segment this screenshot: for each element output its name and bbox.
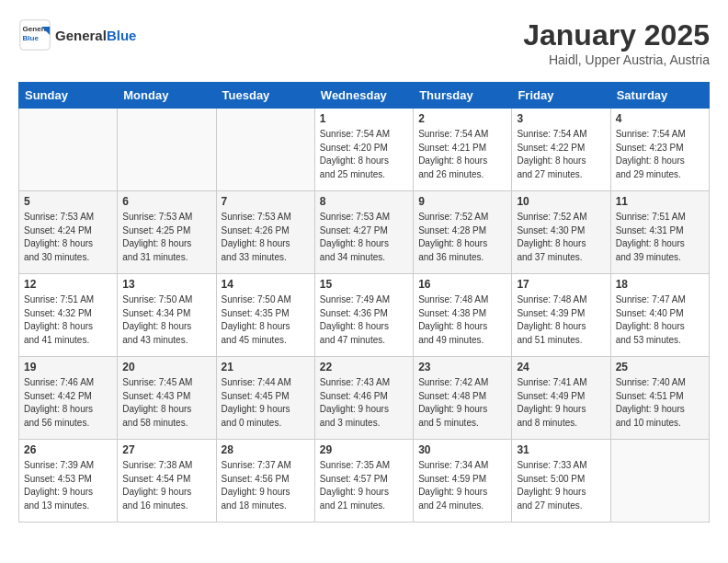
day-info: Sunrise: 7:33 AM Sunset: 5:00 PM Dayligh… — [517, 459, 605, 512]
day-info: Sunrise: 7:39 AM Sunset: 4:53 PM Dayligh… — [24, 459, 112, 512]
day-number: 21 — [222, 361, 310, 373]
calendar-cell: 10Sunrise: 7:52 AM Sunset: 4:30 PM Dayli… — [512, 191, 610, 274]
weekday-header-monday: Monday — [118, 83, 216, 109]
calendar-table: SundayMondayTuesdayWednesdayThursdayFrid… — [18, 82, 710, 523]
day-number: 7 — [222, 195, 310, 208]
calendar-cell: 8Sunrise: 7:53 AM Sunset: 4:27 PM Daylig… — [314, 191, 413, 274]
day-info: Sunrise: 7:52 AM Sunset: 4:30 PM Dayligh… — [517, 211, 605, 264]
day-info: Sunrise: 7:53 AM Sunset: 4:25 PM Dayligh… — [122, 211, 210, 264]
calendar-cell: 6Sunrise: 7:53 AM Sunset: 4:25 PM Daylig… — [118, 191, 216, 274]
calendar-cell — [610, 440, 709, 523]
day-info: Sunrise: 7:35 AM Sunset: 4:57 PM Dayligh… — [320, 459, 408, 512]
calendar-cell: 15Sunrise: 7:49 AM Sunset: 4:36 PM Dayli… — [314, 274, 413, 357]
day-number: 28 — [222, 443, 310, 456]
calendar-cell: 25Sunrise: 7:40 AM Sunset: 4:51 PM Dayli… — [610, 357, 709, 440]
day-number: 29 — [320, 443, 408, 456]
day-number: 15 — [320, 278, 408, 291]
weekday-header-tuesday: Tuesday — [216, 83, 314, 109]
calendar-cell — [19, 109, 118, 191]
day-info: Sunrise: 7:53 AM Sunset: 4:27 PM Dayligh… — [320, 211, 408, 264]
day-number: 11 — [616, 195, 704, 208]
calendar-cell: 5Sunrise: 7:53 AM Sunset: 4:24 PM Daylig… — [19, 191, 118, 274]
day-info: Sunrise: 7:50 AM Sunset: 4:34 PM Dayligh… — [122, 293, 210, 347]
day-number: 27 — [122, 443, 210, 456]
day-number: 30 — [418, 443, 506, 456]
calendar-cell: 24Sunrise: 7:41 AM Sunset: 4:49 PM Dayli… — [512, 357, 610, 440]
month-title: January 2025 — [523, 18, 710, 52]
weekday-header-wednesday: Wednesday — [314, 83, 413, 109]
title-block: January 2025 Haidl, Upper Austria, Austr… — [523, 18, 710, 67]
calendar-cell: 7Sunrise: 7:53 AM Sunset: 4:26 PM Daylig… — [216, 191, 314, 274]
calendar-cell: 28Sunrise: 7:37 AM Sunset: 4:56 PM Dayli… — [216, 440, 314, 523]
calendar-cell: 3Sunrise: 7:54 AM Sunset: 4:22 PM Daylig… — [512, 109, 610, 191]
day-info: Sunrise: 7:54 AM Sunset: 4:20 PM Dayligh… — [320, 128, 408, 181]
day-number: 26 — [24, 443, 112, 456]
day-number: 4 — [616, 112, 704, 125]
page-header: General Blue GeneralBlue January 2025 Ha… — [18, 18, 710, 67]
day-number: 5 — [24, 195, 112, 208]
day-info: Sunrise: 7:43 AM Sunset: 4:46 PM Dayligh… — [320, 376, 408, 430]
day-number: 3 — [517, 112, 605, 125]
day-info: Sunrise: 7:51 AM Sunset: 4:31 PM Dayligh… — [616, 211, 704, 264]
day-info: Sunrise: 7:40 AM Sunset: 4:51 PM Dayligh… — [616, 376, 704, 430]
calendar-cell — [118, 109, 216, 191]
calendar-cell: 4Sunrise: 7:54 AM Sunset: 4:23 PM Daylig… — [610, 109, 709, 191]
calendar-cell: 30Sunrise: 7:34 AM Sunset: 4:59 PM Dayli… — [414, 440, 512, 523]
day-number: 13 — [122, 278, 210, 291]
calendar-cell: 23Sunrise: 7:42 AM Sunset: 4:48 PM Dayli… — [414, 357, 512, 440]
day-number: 23 — [418, 361, 506, 373]
day-number: 14 — [222, 278, 310, 291]
calendar-cell: 26Sunrise: 7:39 AM Sunset: 4:53 PM Dayli… — [19, 440, 118, 523]
day-number: 24 — [517, 361, 605, 373]
day-info: Sunrise: 7:52 AM Sunset: 4:28 PM Dayligh… — [418, 211, 506, 264]
day-info: Sunrise: 7:54 AM Sunset: 4:21 PM Dayligh… — [418, 128, 506, 181]
logo-icon: General Blue — [18, 18, 51, 52]
day-info: Sunrise: 7:48 AM Sunset: 4:39 PM Dayligh… — [517, 293, 605, 347]
day-info: Sunrise: 7:38 AM Sunset: 4:54 PM Dayligh… — [122, 459, 210, 512]
day-number: 10 — [517, 195, 605, 208]
day-number: 22 — [320, 361, 408, 373]
calendar-cell: 17Sunrise: 7:48 AM Sunset: 4:39 PM Dayli… — [512, 274, 610, 357]
calendar-cell: 16Sunrise: 7:48 AM Sunset: 4:38 PM Dayli… — [414, 274, 512, 357]
day-number: 12 — [24, 278, 112, 291]
calendar-cell: 9Sunrise: 7:52 AM Sunset: 4:28 PM Daylig… — [414, 191, 512, 274]
day-info: Sunrise: 7:48 AM Sunset: 4:38 PM Dayligh… — [418, 293, 506, 347]
day-info: Sunrise: 7:34 AM Sunset: 4:59 PM Dayligh… — [418, 459, 506, 512]
day-info: Sunrise: 7:51 AM Sunset: 4:32 PM Dayligh… — [24, 293, 112, 347]
calendar-cell: 22Sunrise: 7:43 AM Sunset: 4:46 PM Dayli… — [314, 357, 413, 440]
day-info: Sunrise: 7:53 AM Sunset: 4:24 PM Dayligh… — [24, 211, 112, 264]
day-number: 16 — [418, 278, 506, 291]
calendar-cell: 1Sunrise: 7:54 AM Sunset: 4:20 PM Daylig… — [314, 109, 413, 191]
day-number: 9 — [418, 195, 506, 208]
day-info: Sunrise: 7:46 AM Sunset: 4:42 PM Dayligh… — [24, 376, 112, 430]
calendar-cell: 19Sunrise: 7:46 AM Sunset: 4:42 PM Dayli… — [19, 357, 118, 440]
calendar-cell: 13Sunrise: 7:50 AM Sunset: 4:34 PM Dayli… — [118, 274, 216, 357]
day-info: Sunrise: 7:53 AM Sunset: 4:26 PM Dayligh… — [222, 211, 310, 264]
day-info: Sunrise: 7:41 AM Sunset: 4:49 PM Dayligh… — [517, 376, 605, 430]
day-info: Sunrise: 7:47 AM Sunset: 4:40 PM Dayligh… — [616, 293, 704, 347]
weekday-header-friday: Friday — [512, 83, 610, 109]
location: Haidl, Upper Austria, Austria — [523, 52, 710, 67]
calendar-cell: 14Sunrise: 7:50 AM Sunset: 4:35 PM Dayli… — [216, 274, 314, 357]
logo-text: GeneralBlue — [55, 28, 136, 43]
day-info: Sunrise: 7:45 AM Sunset: 4:43 PM Dayligh… — [122, 376, 210, 430]
calendar-cell — [216, 109, 314, 191]
calendar-cell: 2Sunrise: 7:54 AM Sunset: 4:21 PM Daylig… — [414, 109, 512, 191]
day-info: Sunrise: 7:50 AM Sunset: 4:35 PM Dayligh… — [222, 293, 310, 347]
calendar-cell: 29Sunrise: 7:35 AM Sunset: 4:57 PM Dayli… — [314, 440, 413, 523]
day-info: Sunrise: 7:42 AM Sunset: 4:48 PM Dayligh… — [418, 376, 506, 430]
calendar-cell: 18Sunrise: 7:47 AM Sunset: 4:40 PM Dayli… — [610, 274, 709, 357]
calendar-cell: 31Sunrise: 7:33 AM Sunset: 5:00 PM Dayli… — [512, 440, 610, 523]
day-number: 8 — [320, 195, 408, 208]
day-number: 31 — [517, 443, 605, 456]
calendar-cell: 11Sunrise: 7:51 AM Sunset: 4:31 PM Dayli… — [610, 191, 709, 274]
svg-text:Blue: Blue — [23, 34, 40, 42]
day-number: 2 — [418, 112, 506, 125]
calendar-cell: 27Sunrise: 7:38 AM Sunset: 4:54 PM Dayli… — [118, 440, 216, 523]
weekday-header-saturday: Saturday — [610, 83, 709, 109]
day-info: Sunrise: 7:37 AM Sunset: 4:56 PM Dayligh… — [222, 459, 310, 512]
day-info: Sunrise: 7:54 AM Sunset: 4:23 PM Dayligh… — [616, 128, 704, 181]
weekday-header-thursday: Thursday — [414, 83, 512, 109]
day-number: 20 — [122, 361, 210, 373]
calendar-cell: 12Sunrise: 7:51 AM Sunset: 4:32 PM Dayli… — [19, 274, 118, 357]
